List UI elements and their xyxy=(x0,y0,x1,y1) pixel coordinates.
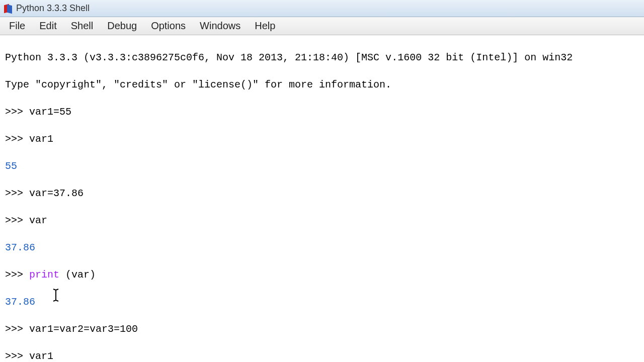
window-title: Python 3.3.3 Shell xyxy=(16,3,90,14)
shell-input-line: >>> var=37.86 xyxy=(5,187,639,200)
shell-input-line: >>> var1 xyxy=(5,132,639,146)
menu-debug[interactable]: Debug xyxy=(100,18,144,34)
menu-file[interactable]: File xyxy=(2,18,32,34)
shell-input-line: >>> print (var) xyxy=(5,268,639,282)
code-text: var1=55 xyxy=(29,106,71,118)
prompt: >>> xyxy=(5,323,29,335)
menu-windows[interactable]: Windows xyxy=(193,18,248,34)
shell-input-line: >>> var1=55 xyxy=(5,105,639,119)
prompt: >>> xyxy=(5,188,29,199)
menu-bar: File Edit Shell Debug Options Windows He… xyxy=(0,17,644,35)
shell-content[interactable]: Python 3.3.3 (v3.3.3:c3896275c0f6, Nov 1… xyxy=(0,35,644,362)
shell-input-line: >>> var1 xyxy=(5,349,639,362)
shell-input-line: >>> var1=var2=var3=100 xyxy=(5,322,639,336)
code-text: var=37.86 xyxy=(29,188,84,199)
shell-input-line: >>> var xyxy=(5,214,639,227)
banner-line: Type "copyright", "credits" or "license(… xyxy=(5,78,639,92)
prompt: >>> xyxy=(5,269,29,281)
menu-shell[interactable]: Shell xyxy=(64,18,100,34)
shell-output-line: 37.86 xyxy=(5,241,639,254)
prompt: >>> xyxy=(5,350,29,362)
menu-edit[interactable]: Edit xyxy=(32,18,63,34)
code-text: var1 xyxy=(29,133,53,145)
python-idle-icon xyxy=(3,4,13,14)
menu-help[interactable]: Help xyxy=(248,18,282,34)
banner-line: Python 3.3.3 (v3.3.3:c3896275c0f6, Nov 1… xyxy=(5,51,639,64)
keyword-print: print xyxy=(29,269,59,281)
prompt: >>> xyxy=(5,106,29,118)
code-text: (var) xyxy=(59,269,96,281)
prompt: >>> xyxy=(5,215,29,226)
title-bar: Python 3.3.3 Shell xyxy=(0,0,644,17)
shell-output-line: 55 xyxy=(5,159,639,173)
menu-options[interactable]: Options xyxy=(144,18,193,34)
prompt: >>> xyxy=(5,133,29,145)
code-text: var1=var2=var3=100 xyxy=(29,323,138,335)
code-text: var xyxy=(29,215,47,226)
code-text: var1 xyxy=(29,350,53,362)
shell-output-line: 37.86 xyxy=(5,295,639,309)
